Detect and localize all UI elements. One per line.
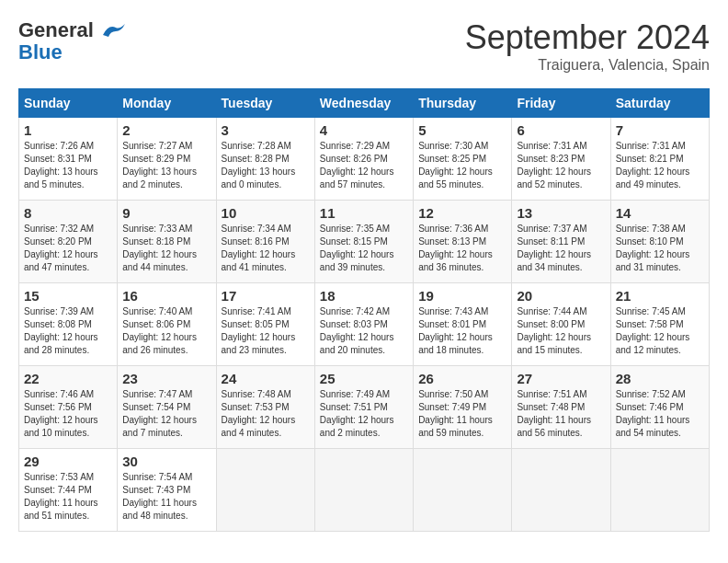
calendar-cell: 19Sunrise: 7:43 AMSunset: 8:01 PMDayligh…	[414, 283, 512, 366]
calendar-cell: 22Sunrise: 7:46 AMSunset: 7:56 PMDayligh…	[19, 366, 118, 449]
sunset-time: Sunset: 8:10 PM	[616, 236, 684, 247]
day-info: Sunrise: 7:38 AMSunset: 8:10 PMDaylight:…	[616, 223, 704, 274]
sunset-time: Sunset: 8:00 PM	[517, 319, 585, 329]
calendar-table: Sunday Monday Tuesday Wednesday Thursday…	[18, 88, 710, 532]
page-header: General Blue September 2024 Traiguera, V…	[18, 18, 710, 74]
day-number: 15	[24, 288, 112, 304]
daylight-hours: Daylight: 12 hours and 41 minutes.	[222, 249, 296, 272]
calendar-cell: 5Sunrise: 7:30 AMSunset: 8:25 PMDaylight…	[414, 118, 512, 201]
calendar-cell: 9Sunrise: 7:33 AMSunset: 8:18 PMDaylight…	[118, 201, 216, 283]
day-info: Sunrise: 7:37 AMSunset: 8:11 PMDaylight:…	[517, 223, 605, 274]
day-info: Sunrise: 7:35 AMSunset: 8:15 PMDaylight:…	[320, 223, 408, 274]
sunrise-time: Sunrise: 7:52 AM	[616, 389, 686, 399]
sunset-time: Sunset: 7:49 PM	[418, 402, 486, 412]
day-number: 11	[320, 205, 408, 221]
sunrise-time: Sunrise: 7:43 AM	[418, 306, 488, 316]
day-info: Sunrise: 7:27 AMSunset: 8:29 PMDaylight:…	[122, 140, 210, 191]
day-info: Sunrise: 7:48 AMSunset: 7:53 PMDaylight:…	[222, 388, 310, 440]
day-number: 10	[222, 205, 310, 221]
sunrise-time: Sunrise: 7:46 AM	[24, 389, 94, 399]
sunset-time: Sunset: 7:46 PM	[616, 402, 684, 412]
sunset-time: Sunset: 8:13 PM	[418, 236, 486, 247]
day-number: 21	[616, 288, 704, 304]
day-info: Sunrise: 7:29 AMSunset: 8:26 PMDaylight:…	[320, 140, 408, 191]
sunrise-time: Sunrise: 7:31 AM	[616, 141, 686, 151]
calendar-header-row: Sunday Monday Tuesday Wednesday Thursday…	[19, 89, 710, 118]
calendar-week-row: 22Sunrise: 7:46 AMSunset: 7:56 PMDayligh…	[19, 366, 710, 449]
day-info: Sunrise: 7:39 AMSunset: 8:08 PMDaylight:…	[24, 305, 112, 357]
day-number: 3	[222, 122, 310, 138]
sunrise-time: Sunrise: 7:41 AM	[222, 306, 291, 316]
daylight-hours: Daylight: 12 hours and 31 minutes.	[616, 249, 690, 272]
calendar-cell: 30Sunrise: 7:54 AMSunset: 7:43 PMDayligh…	[118, 449, 216, 532]
calendar-week-row: 1Sunrise: 7:26 AMSunset: 8:31 PMDaylight…	[19, 118, 710, 201]
day-number: 30	[122, 454, 210, 469]
day-number: 20	[517, 288, 605, 304]
day-number: 18	[320, 288, 408, 304]
daylight-hours: Daylight: 12 hours and 36 minutes.	[418, 249, 493, 272]
sunset-time: Sunset: 8:28 PM	[222, 154, 290, 164]
day-info: Sunrise: 7:26 AMSunset: 8:31 PMDaylight:…	[24, 140, 112, 191]
sunset-time: Sunset: 8:05 PM	[222, 319, 290, 329]
sunset-time: Sunset: 8:15 PM	[320, 236, 388, 247]
calendar-cell: 6Sunrise: 7:31 AMSunset: 8:23 PMDaylight…	[512, 118, 610, 201]
sunrise-time: Sunrise: 7:50 AM	[418, 389, 488, 399]
day-number: 2	[122, 122, 210, 138]
sunset-time: Sunset: 8:23 PM	[517, 154, 585, 164]
sunrise-time: Sunrise: 7:36 AM	[418, 224, 488, 234]
sunset-time: Sunset: 8:01 PM	[418, 319, 486, 329]
logo-blue: Blue	[18, 41, 127, 63]
logo-bird-icon	[101, 22, 127, 40]
daylight-hours: Daylight: 11 hours and 51 minutes.	[24, 498, 98, 521]
day-info: Sunrise: 7:43 AMSunset: 8:01 PMDaylight:…	[418, 305, 506, 357]
calendar-cell: 21Sunrise: 7:45 AMSunset: 7:58 PMDayligh…	[610, 283, 709, 366]
sunrise-time: Sunrise: 7:27 AM	[122, 141, 192, 151]
day-info: Sunrise: 7:42 AMSunset: 8:03 PMDaylight:…	[320, 305, 408, 357]
day-number: 1	[24, 122, 112, 138]
day-number: 6	[517, 122, 605, 138]
sunset-time: Sunset: 8:26 PM	[320, 154, 388, 164]
calendar-cell	[414, 449, 512, 532]
calendar-cell: 4Sunrise: 7:29 AMSunset: 8:26 PMDaylight…	[314, 118, 413, 201]
calendar-cell: 28Sunrise: 7:52 AMSunset: 7:46 PMDayligh…	[610, 366, 709, 449]
sunrise-time: Sunrise: 7:32 AM	[24, 224, 94, 234]
day-info: Sunrise: 7:47 AMSunset: 7:54 PMDaylight:…	[122, 388, 210, 440]
sunset-time: Sunset: 8:20 PM	[24, 236, 92, 247]
col-sunday: Sunday	[19, 89, 118, 118]
daylight-hours: Daylight: 12 hours and 47 minutes.	[24, 249, 98, 272]
day-info: Sunrise: 7:46 AMSunset: 7:56 PMDaylight:…	[24, 388, 112, 440]
day-number: 22	[24, 371, 112, 386]
daylight-hours: Daylight: 11 hours and 48 minutes.	[122, 498, 197, 521]
sunrise-time: Sunrise: 7:51 AM	[517, 389, 586, 399]
sunset-time: Sunset: 7:44 PM	[24, 485, 92, 495]
daylight-hours: Daylight: 12 hours and 10 minutes.	[24, 415, 98, 438]
day-info: Sunrise: 7:52 AMSunset: 7:46 PMDaylight:…	[616, 388, 704, 440]
day-number: 9	[122, 205, 210, 221]
day-info: Sunrise: 7:51 AMSunset: 7:48 PMDaylight:…	[517, 388, 605, 440]
sunrise-time: Sunrise: 7:45 AM	[616, 306, 686, 316]
daylight-hours: Daylight: 12 hours and 20 minutes.	[320, 332, 394, 355]
col-thursday: Thursday	[414, 89, 512, 118]
month-title: September 2024	[465, 18, 710, 57]
calendar-cell	[216, 449, 314, 532]
sunrise-time: Sunrise: 7:48 AM	[222, 389, 291, 399]
sunset-time: Sunset: 8:18 PM	[122, 236, 190, 247]
daylight-hours: Daylight: 12 hours and 44 minutes.	[122, 249, 197, 272]
day-number: 14	[616, 205, 704, 221]
day-number: 7	[616, 122, 704, 138]
sunrise-time: Sunrise: 7:35 AM	[320, 224, 390, 234]
sunrise-time: Sunrise: 7:26 AM	[24, 141, 94, 151]
day-info: Sunrise: 7:40 AMSunset: 8:06 PMDaylight:…	[122, 305, 210, 357]
sunset-time: Sunset: 8:06 PM	[122, 319, 190, 329]
calendar-cell: 13Sunrise: 7:37 AMSunset: 8:11 PMDayligh…	[512, 201, 610, 283]
sunset-time: Sunset: 7:43 PM	[122, 485, 190, 495]
calendar-cell: 12Sunrise: 7:36 AMSunset: 8:13 PMDayligh…	[414, 201, 512, 283]
daylight-hours: Daylight: 12 hours and 49 minutes.	[616, 167, 690, 190]
daylight-hours: Daylight: 12 hours and 12 minutes.	[616, 332, 690, 355]
daylight-hours: Daylight: 13 hours and 0 minutes.	[222, 167, 296, 190]
sunrise-time: Sunrise: 7:38 AM	[616, 224, 686, 234]
day-info: Sunrise: 7:53 AMSunset: 7:44 PMDaylight:…	[24, 471, 112, 523]
sunrise-time: Sunrise: 7:37 AM	[517, 224, 586, 234]
sunrise-time: Sunrise: 7:40 AM	[122, 306, 192, 316]
sunrise-time: Sunrise: 7:28 AM	[222, 141, 291, 151]
